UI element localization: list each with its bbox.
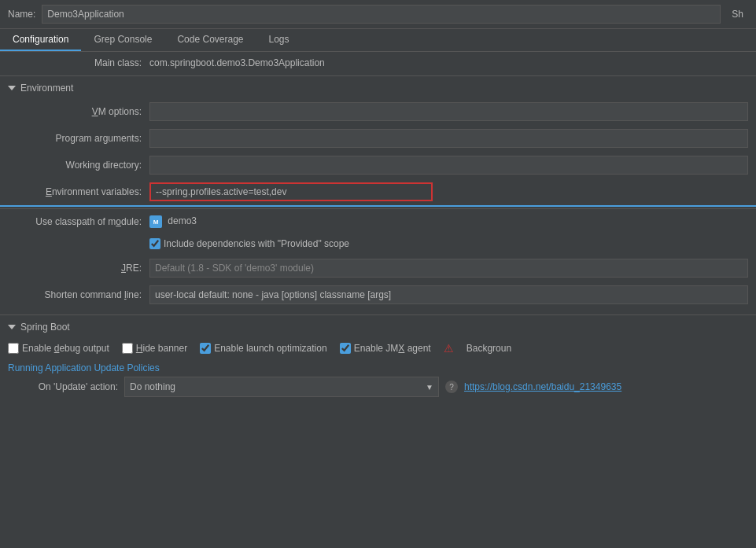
include-deps-label: Include dependencies with "Provided" sco… bbox=[164, 238, 349, 249]
shorten-row: Shorten command line: bbox=[0, 281, 756, 308]
enable-debug-row: Enable debug output bbox=[8, 343, 109, 354]
spring-boot-triangle-icon bbox=[8, 325, 16, 329]
enable-jmx-label: Enable JMX agent bbox=[354, 343, 431, 354]
vm-options-label: VM options: bbox=[8, 106, 149, 117]
enable-jmx-row: Enable JMX agent bbox=[340, 343, 431, 354]
main-class-value: com.springboot.demo3.Demo3Application bbox=[149, 57, 748, 68]
tabs-bar: Configuration Grep Console Code Coverage… bbox=[0, 29, 756, 52]
share-button[interactable]: Sh bbox=[727, 6, 748, 22]
enable-debug-label: Enable debug output bbox=[22, 343, 109, 354]
name-label: Name: bbox=[8, 9, 35, 20]
enable-jmx-checkbox[interactable] bbox=[340, 343, 351, 354]
include-deps-row: Include dependencies with "Provided" sco… bbox=[0, 233, 756, 255]
help-icon[interactable]: ? bbox=[445, 381, 458, 393]
classpath-module-name: demo3 bbox=[168, 215, 197, 226]
spring-boot-checkboxes: Enable debug output Hide banner Enable l… bbox=[0, 337, 756, 359]
include-deps-checkbox[interactable] bbox=[149, 238, 160, 249]
hide-banner-row: Hide banner bbox=[122, 343, 187, 354]
working-dir-input[interactable] bbox=[149, 156, 748, 175]
jre-row: JRE: bbox=[0, 255, 756, 281]
program-args-label: Program arguments: bbox=[8, 133, 149, 144]
tab-configuration[interactable]: Configuration bbox=[0, 29, 81, 51]
module-icon: M bbox=[149, 215, 162, 228]
spring-boot-label: Spring Boot bbox=[20, 322, 70, 333]
shorten-text: Shorten command line: bbox=[45, 289, 142, 300]
enable-launch-row: Enable launch optimization bbox=[200, 343, 326, 354]
vm-options-row: VM options: bbox=[0, 98, 756, 125]
on-update-label: On 'Update' action: bbox=[8, 381, 118, 392]
working-dir-value bbox=[149, 156, 748, 175]
name-input[interactable] bbox=[42, 5, 721, 24]
triangle-icon bbox=[8, 86, 16, 90]
program-args-row: Program arguments: bbox=[0, 125, 756, 152]
shorten-label: Shorten command line: bbox=[8, 289, 149, 300]
on-update-row: On 'Update' action: Do nothing ▼ ? https… bbox=[8, 377, 748, 397]
enable-launch-label: Enable launch optimization bbox=[214, 343, 326, 354]
on-update-value: Do nothing bbox=[130, 381, 175, 392]
classpath-value: M demo3 bbox=[149, 215, 748, 229]
env-vars-input[interactable] bbox=[149, 182, 433, 201]
shorten-value bbox=[149, 285, 748, 304]
env-vars-text: Environment variables: bbox=[46, 186, 142, 197]
update-policies-section: Running Application Update Policies On '… bbox=[0, 359, 756, 400]
classpath-row: Use classpath of module: M demo3 bbox=[0, 211, 756, 233]
update-policies-title: Running Application Update Policies bbox=[8, 362, 748, 373]
vm-options-value bbox=[149, 102, 748, 121]
top-bar: Name: Sh bbox=[0, 0, 756, 29]
jre-input[interactable] bbox=[149, 259, 748, 278]
jre-value bbox=[149, 259, 748, 278]
classpath-text: Use classpath of module: bbox=[35, 216, 142, 227]
hide-banner-label: Hide banner bbox=[136, 343, 187, 354]
main-content: Main class: com.springboot.demo3.Demo3Ap… bbox=[0, 52, 756, 545]
csdn-link[interactable]: https://blog.csdn.net/baidu_21349635 bbox=[464, 381, 621, 392]
include-deps-checkbox-row: Include dependencies with "Provided" sco… bbox=[149, 238, 748, 249]
env-vars-label: Environment variables: bbox=[8, 186, 149, 197]
vm-options-input[interactable] bbox=[149, 102, 748, 121]
env-vars-row: Environment variables: bbox=[0, 178, 756, 207]
on-update-dropdown[interactable]: Do nothing ▼ bbox=[124, 377, 439, 397]
warning-icon: ⚠ bbox=[444, 342, 454, 355]
classpath-label: Use classpath of module: bbox=[8, 216, 149, 227]
background-label: Backgroun bbox=[467, 343, 511, 354]
environment-section-header[interactable]: Environment bbox=[0, 78, 756, 98]
tab-grep-console[interactable]: Grep Console bbox=[81, 29, 164, 51]
tab-logs[interactable]: Logs bbox=[256, 29, 302, 51]
environment-label: Environment bbox=[20, 83, 73, 94]
program-args-input[interactable] bbox=[149, 129, 748, 148]
jre-label: JRE: bbox=[8, 263, 149, 274]
env-vars-value bbox=[149, 182, 748, 201]
main-class-label: Main class: bbox=[8, 57, 149, 68]
program-args-value bbox=[149, 129, 748, 148]
enable-debug-checkbox[interactable] bbox=[8, 343, 19, 354]
jre-text: JRE: bbox=[121, 263, 142, 274]
working-dir-label: Working directory: bbox=[8, 160, 149, 171]
program-args-text: Program arguments: bbox=[56, 133, 142, 144]
vm-options-text: VM options: bbox=[92, 106, 142, 117]
working-dir-row: Working directory: bbox=[0, 152, 756, 178]
main-class-row: Main class: com.springboot.demo3.Demo3Ap… bbox=[0, 52, 756, 74]
enable-launch-checkbox[interactable] bbox=[200, 343, 211, 354]
tab-code-coverage[interactable]: Code Coverage bbox=[164, 29, 256, 51]
shorten-input[interactable] bbox=[149, 285, 748, 304]
working-dir-text: Working directory: bbox=[66, 160, 142, 171]
hide-banner-checkbox[interactable] bbox=[122, 343, 133, 354]
dropdown-arrow-icon: ▼ bbox=[426, 383, 433, 392]
spring-boot-section-header[interactable]: Spring Boot bbox=[0, 317, 756, 337]
